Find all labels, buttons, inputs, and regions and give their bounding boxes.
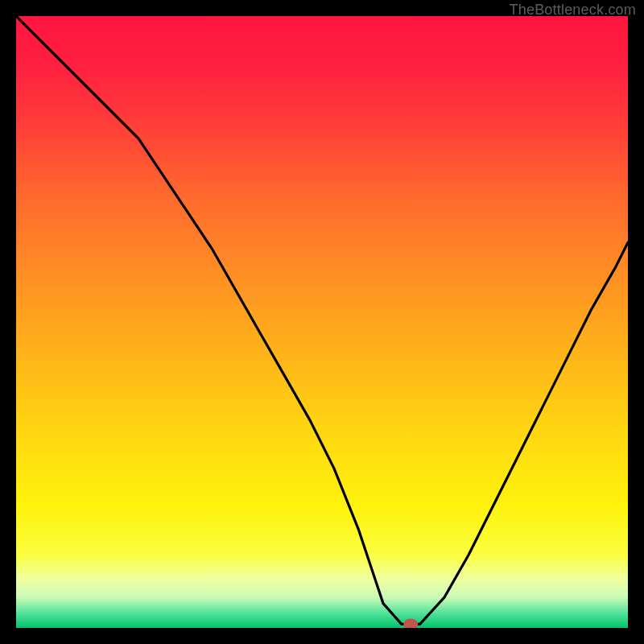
plot-area <box>16 16 628 628</box>
chart-svg <box>16 16 628 628</box>
chart-frame: TheBottleneck.com <box>0 0 644 644</box>
